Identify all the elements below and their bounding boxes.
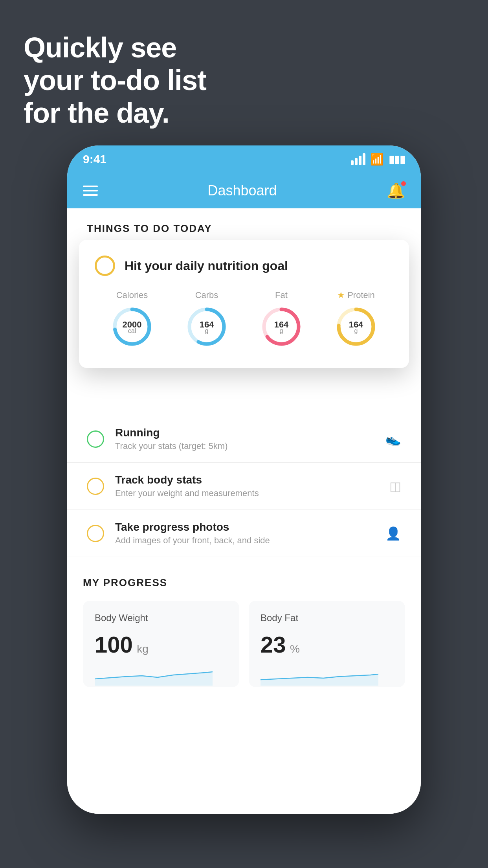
- calories-label: Calories: [116, 290, 148, 300]
- signal-icon: [351, 153, 365, 165]
- app-header: Dashboard 🔔: [67, 173, 421, 208]
- todo-list: Running Track your stats (target: 5km) 👟…: [67, 416, 421, 557]
- todo-item-running[interactable]: Running Track your stats (target: 5km) 👟: [67, 416, 421, 463]
- carbs-circle: Carbs 164 g: [185, 290, 228, 348]
- running-check-circle: [87, 430, 104, 448]
- status-icons: 📶 ▮▮▮: [351, 153, 405, 166]
- progress-heading: MY PROGRESS: [83, 577, 405, 589]
- fat-ring: 164 g: [260, 305, 303, 348]
- progress-photos-subtitle: Add images of your front, back, and side: [115, 535, 374, 546]
- notification-bell-button[interactable]: 🔔: [387, 182, 405, 199]
- svg-text:g: g: [354, 327, 358, 334]
- protein-circle: ★ Protein 164 g: [334, 290, 378, 348]
- calories-circle: Calories 2000 cal: [110, 290, 154, 348]
- nutrition-card-header: Hit your daily nutrition goal: [95, 256, 393, 276]
- body-fat-unit: %: [290, 643, 300, 655]
- header-title: Dashboard: [207, 182, 277, 199]
- running-subtitle: Track your stats (target: 5km): [115, 441, 374, 451]
- hamburger-line: [83, 190, 98, 191]
- body-weight-sparkline: [95, 664, 213, 686]
- nutrition-circles: Calories 2000 cal Carbs 164 g: [95, 290, 393, 348]
- body-stats-text: Track body stats Enter your weight and m…: [115, 474, 378, 498]
- status-bar: 9:41 📶 ▮▮▮: [67, 145, 421, 173]
- svg-text:g: g: [280, 327, 283, 334]
- running-text: Running Track your stats (target: 5km): [115, 427, 374, 451]
- protein-label: ★ Protein: [337, 290, 375, 300]
- progress-photos-check-circle: [87, 525, 104, 542]
- carbs-ring: 164 g: [185, 305, 228, 348]
- todo-item-progress-photos[interactable]: Take progress photos Add images of your …: [67, 510, 421, 557]
- body-fat-value: 23: [261, 632, 286, 657]
- phone-mockup: 9:41 📶 ▮▮▮ Dashboard 🔔 THINGS TO DO TO: [67, 145, 421, 814]
- content-area: THINGS TO DO TODAY Hit your daily nutrit…: [67, 208, 421, 814]
- nutrition-check-circle: [95, 256, 115, 276]
- progress-photos-text: Take progress photos Add images of your …: [115, 521, 374, 546]
- body-weight-value-row: 100 kg: [95, 631, 227, 658]
- status-time: 9:41: [83, 153, 106, 166]
- nutrition-card: Hit your daily nutrition goal Calories 2…: [79, 240, 409, 368]
- body-stats-title: Track body stats: [115, 474, 378, 486]
- star-icon: ★: [337, 290, 345, 300]
- hamburger-line: [83, 194, 98, 196]
- calories-ring: 2000 cal: [110, 305, 154, 348]
- body-stats-subtitle: Enter your weight and measurements: [115, 488, 378, 498]
- body-weight-card: Body Weight 100 kg: [83, 601, 239, 687]
- hamburger-line: [83, 186, 98, 187]
- scale-icon: ◫: [389, 479, 401, 494]
- body-fat-card: Body Fat 23 %: [249, 601, 405, 687]
- person-icon: 👤: [385, 526, 401, 541]
- body-weight-value: 100: [95, 632, 133, 657]
- progress-photos-title: Take progress photos: [115, 521, 374, 533]
- fat-label: Fat: [275, 290, 288, 300]
- body-fat-value-row: 23 %: [261, 631, 393, 658]
- progress-section: MY PROGRESS Body Weight 100 kg B: [67, 557, 421, 687]
- notification-dot: [400, 180, 407, 187]
- body-stats-check-circle: [87, 478, 104, 495]
- things-to-do-heading: THINGS TO DO TODAY: [67, 208, 421, 243]
- running-title: Running: [115, 427, 374, 439]
- svg-text:cal: cal: [128, 327, 136, 334]
- body-weight-card-title: Body Weight: [95, 612, 227, 623]
- carbs-label: Carbs: [195, 290, 218, 300]
- nutrition-title: Hit your daily nutrition goal: [125, 259, 288, 273]
- body-fat-sparkline: [261, 664, 378, 686]
- progress-cards: Body Weight 100 kg Body Fat 23 %: [83, 601, 405, 687]
- wifi-icon: 📶: [370, 153, 384, 166]
- body-weight-unit: kg: [137, 643, 149, 655]
- protein-ring: 164 g: [334, 305, 378, 348]
- svg-text:g: g: [205, 327, 209, 334]
- shoe-icon: 👟: [385, 432, 401, 447]
- todo-item-body-stats[interactable]: Track body stats Enter your weight and m…: [67, 463, 421, 510]
- hamburger-menu-button[interactable]: [83, 186, 98, 196]
- hero-text: Quickly see your to-do list for the day.: [24, 31, 206, 129]
- fat-circle: Fat 164 g: [260, 290, 303, 348]
- body-fat-card-title: Body Fat: [261, 612, 393, 623]
- battery-icon: ▮▮▮: [389, 153, 405, 166]
